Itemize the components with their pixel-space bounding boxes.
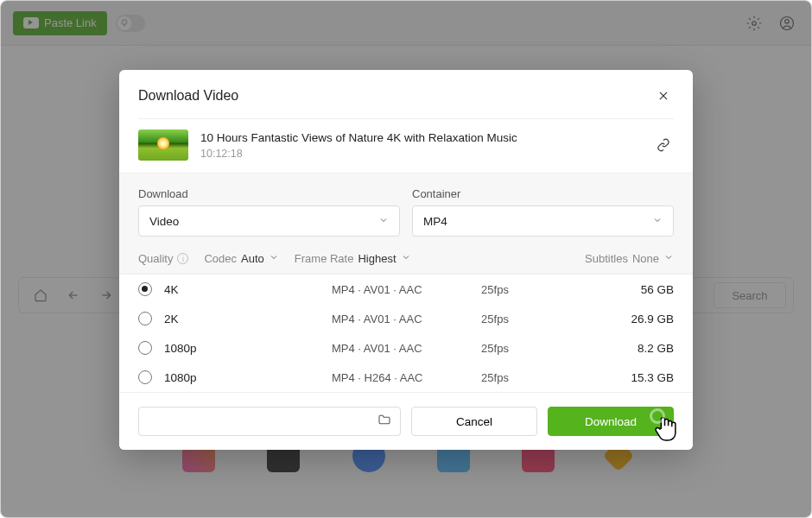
quality-label: Quality i (138, 252, 188, 265)
radio-button[interactable] (138, 341, 152, 355)
download-video-modal: Download Video 10 Hours Fantastic Views … (119, 70, 693, 450)
video-info: 10 Hours Fantastic Views of Nature 4K wi… (200, 130, 641, 161)
close-icon (657, 90, 669, 102)
radio-button[interactable] (138, 312, 152, 325)
quality-option[interactable]: 2KMP4 · AV01 · AAC25fps26.9 GB (119, 304, 693, 333)
quality-size: 56 GB (546, 283, 674, 296)
video-thumbnail (138, 130, 188, 161)
quality-name: 2K (164, 313, 320, 325)
framerate-dropdown[interactable]: Frame Rate Highest (295, 252, 411, 265)
folder-icon (377, 413, 391, 426)
quality-option[interactable]: 1080pMP4 · AV01 · AAC25fps8.2 GB (119, 333, 693, 363)
quality-name: 1080p (164, 342, 320, 355)
quality-size: 26.9 GB (546, 313, 674, 325)
modal-header: Download Video (119, 70, 693, 118)
quality-format: MP4 · AV01 · AAC (332, 342, 444, 355)
quality-option[interactable]: 1080pMP4 · H264 · AAC25fps15.3 GB (119, 363, 693, 392)
container-value: MP4 (423, 215, 447, 228)
cancel-button[interactable]: Cancel (411, 407, 537, 436)
video-info-row: 10 Hours Fantastic Views of Nature 4K wi… (119, 119, 693, 173)
quality-list: 4KMP4 · AV01 · AAC25fps56 GB2KMP4 · AV01… (119, 274, 693, 392)
save-path-input[interactable] (138, 407, 401, 436)
container-label: Container (412, 187, 674, 200)
video-duration: 10:12:18 (200, 148, 641, 160)
radio-button[interactable] (138, 370, 152, 384)
options-section: Download Video Container MP4 Qualit (119, 173, 693, 274)
link-icon (657, 138, 670, 152)
chevron-down-icon (269, 252, 279, 265)
container-group: Container MP4 (412, 187, 674, 237)
quality-fps: 25fps (456, 313, 534, 325)
quality-size: 15.3 GB (546, 371, 674, 384)
modal-footer: Cancel Download (119, 392, 693, 450)
quality-format: MP4 · H264 · AAC (332, 371, 444, 384)
quality-size: 8.2 GB (546, 342, 674, 355)
open-link-button[interactable] (653, 135, 674, 155)
info-icon[interactable]: i (177, 253, 188, 264)
quality-name: 4K (164, 283, 320, 296)
modal-title: Download Video (138, 88, 238, 104)
download-type-group: Download Video (138, 187, 400, 237)
download-type-value: Video (149, 215, 179, 228)
chevron-down-icon (378, 215, 389, 228)
quality-fps: 25fps (456, 283, 534, 296)
video-title: 10 Hours Fantastic Views of Nature 4K wi… (200, 130, 641, 147)
quality-option[interactable]: 4KMP4 · AV01 · AAC25fps56 GB (119, 275, 693, 304)
folder-button[interactable] (377, 413, 391, 430)
quality-format: MP4 · AV01 · AAC (332, 283, 444, 296)
quality-fps: 25fps (456, 342, 534, 355)
container-select[interactable]: MP4 (412, 205, 674, 237)
download-button[interactable]: Download (548, 407, 674, 436)
quality-format: MP4 · AV01 · AAC (332, 313, 444, 325)
radio-button[interactable] (138, 282, 152, 296)
quality-name: 1080p (164, 371, 320, 384)
download-type-label: Download (138, 187, 400, 200)
download-type-select[interactable]: Video (138, 205, 400, 237)
chevron-down-icon (401, 252, 411, 265)
modal-overlay: Download Video 10 Hours Fantastic Views … (1, 1, 811, 517)
close-button[interactable] (653, 85, 674, 106)
codec-dropdown[interactable]: Codec Auto (204, 252, 278, 265)
subtitles-dropdown[interactable]: Subtitles None (585, 252, 674, 265)
quality-fps: 25fps (456, 371, 534, 384)
filter-row: Quality i Codec Auto Frame Rate Highest … (138, 252, 674, 265)
chevron-down-icon (652, 215, 663, 228)
chevron-down-icon (663, 252, 674, 265)
